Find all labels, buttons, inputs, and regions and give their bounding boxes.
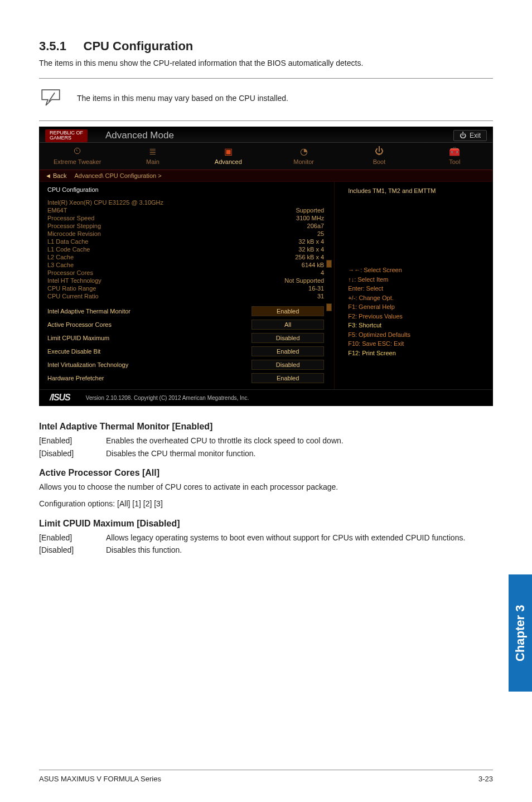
option-row[interactable]: Active Processor CoresAll [47,318,334,331]
info-row: CPU Ratio Range16-31 [47,284,334,292]
back-label: Back [53,172,66,179]
section-heading: 3.5.1 CPU Configuration [39,39,493,54]
divider [39,120,493,121]
info-value: Not Supported [284,277,324,284]
exit-button[interactable]: ⏻ Exit [453,130,487,141]
info-label: Processor Stepping [47,223,101,229]
info-value: 256 kB x 4 [295,254,324,260]
footer-left: ASUS MAXIMUS V FORMULA Series [39,775,161,783]
option-value[interactable]: All [252,320,324,330]
mode-label: Advanced Mode [95,130,174,141]
info-label: L3 Cache [47,262,74,268]
breadcrumb: ◄ Back Advanced\ CPU Configuration > [40,170,492,182]
info-row: Intel(R) Xeon(R) CPU E31225 @ 3.10GHz [47,199,334,206]
option-desc: Allows legacy operating systems to boot … [106,532,493,543]
info-value: 32 kB x 4 [298,238,324,245]
info-row: L1 Code Cache32 kB x 4 [47,245,334,253]
option-value[interactable]: Disabled [252,333,324,343]
option-value[interactable]: Enabled [252,373,324,383]
tab-monitor[interactable]: ◔Monitor [266,143,341,170]
tool-icon: 🧰 [449,146,460,156]
info-value: 206a7 [307,223,325,229]
setting-option-row: [Disabled]Disables this function. [39,544,493,555]
info-row: L1 Data Cache32 kB x 4 [47,238,334,245]
scroll-up-icon[interactable] [326,260,332,268]
info-row: L2 Cache256 kB x 4 [47,253,334,261]
exit-label: Exit [470,132,481,139]
info-label: L1 Code Cache [47,246,90,253]
option-label: Intel Virtualization Technology [47,361,128,368]
divider [39,78,493,79]
note-icon [39,88,62,109]
monitor-icon: ◔ [300,146,308,156]
tab-tool[interactable]: 🧰Tool [417,143,492,170]
bios-nav: ⏲Extreme Tweaker ≣Main ▣Advanced ◔Monito… [40,142,492,170]
bios-version-text: Version 2.10.1208. Copyright (C) 2012 Am… [86,395,249,401]
info-row: Processor Cores4 [47,269,334,277]
option-row[interactable]: Intel Virtualization TechnologyDisabled [47,358,334,371]
option-label: Hardware Prefetcher [47,375,104,381]
option-row[interactable]: Execute Disable BitEnabled [47,345,334,358]
rog-badge: REPUBLIC OF GAMERS [45,129,88,143]
key-f2: F2: Previous Values [348,312,485,321]
tab-label: Monitor [293,158,314,165]
key-enter: Enter: Select [348,284,485,293]
info-label: Microcode Revision [47,230,101,237]
info-value: 4 [321,269,324,276]
list-icon: ≣ [149,146,156,156]
info-label: Intel HT Technology [47,277,101,284]
back-button[interactable]: ◄ Back [45,172,66,179]
power-icon: ⏻ [375,146,384,156]
setting-config-options: Configuration options: [All] [1] [2] [3] [39,498,493,509]
setting-option-row: [Enabled]Allows legacy operating systems… [39,532,493,543]
tab-main[interactable]: ≣Main [115,143,190,170]
info-label: CPU Current Ratio [47,293,99,299]
info-value: 25 [317,230,324,237]
key-change: +/-: Change Opt. [348,293,485,303]
tab-label: Tool [449,158,460,165]
exit-icon: ⏻ [460,132,466,139]
key-f3: F3: Shortcut [348,321,485,330]
option-key: [Enabled] [39,532,89,543]
info-value: 6144 kB [302,262,324,268]
scroll-down-icon[interactable] [326,303,332,311]
clock-icon: ⏲ [73,146,82,156]
bios-body: CPU Configuration Intel(R) Xeon(R) CPU E… [40,182,492,389]
tab-label: Advanced [215,158,242,165]
bios-topbar: REPUBLIC OF GAMERS Advanced Mode ⏻ Exit [40,127,492,143]
info-row: L3 Cache6144 kB [47,261,334,269]
info-value: Supported [296,207,324,214]
tab-boot[interactable]: ⏻Boot [341,143,417,170]
tab-label: Boot [373,158,386,165]
info-value: 31 [317,293,324,299]
option-row[interactable]: Intel Adaptive Thermal MonitorEnabled [47,305,334,318]
tab-extreme-tweaker[interactable]: ⏲Extreme Tweaker [40,143,115,170]
info-label: Processor Cores [47,269,93,276]
info-row: CPU Current Ratio31 [47,292,334,300]
option-value[interactable]: Disabled [252,360,324,370]
info-value: 32 kB x 4 [298,246,324,253]
key-item: ↑↓: Select Item [348,275,485,284]
info-label: L1 Data Cache [47,238,88,245]
tab-advanced[interactable]: ▣Advanced [191,143,266,170]
chapter-tab: Chapter 3 [509,574,532,692]
option-value[interactable]: Enabled [252,306,324,316]
option-key: [Disabled] [39,448,89,459]
option-desc: Disables this function. [106,544,493,555]
option-value[interactable]: Enabled [252,346,324,356]
key-f5: F5: Optimized Defaults [348,330,485,340]
option-desc: Enables the overheated CPU to throttle i… [106,435,493,446]
section-number: 3.5.1 [39,39,66,53]
option-row[interactable]: Limit CPUID MaximumDisabled [47,331,334,345]
setting-desc: Allows you to choose the number of CPU c… [39,481,493,492]
info-label: Processor Speed [47,215,94,221]
option-key: [Enabled] [39,435,89,446]
section-title-text: CPU Configuration [84,39,194,53]
bios-main-panel: CPU Configuration Intel(R) Xeon(R) CPU E… [40,182,334,389]
info-label: EM64T [47,207,67,214]
note-text: The items in this menu may vary based on… [77,94,288,103]
key-hints: →←: Select Screen ↑↓: Select Item Enter:… [348,265,485,357]
info-row: Intel HT TechnologyNot Supported [47,277,334,284]
option-row[interactable]: Hardware PrefetcherEnabled [47,371,334,385]
setting-heading: Limit CPUID Maximum [Disabled] [39,519,493,529]
